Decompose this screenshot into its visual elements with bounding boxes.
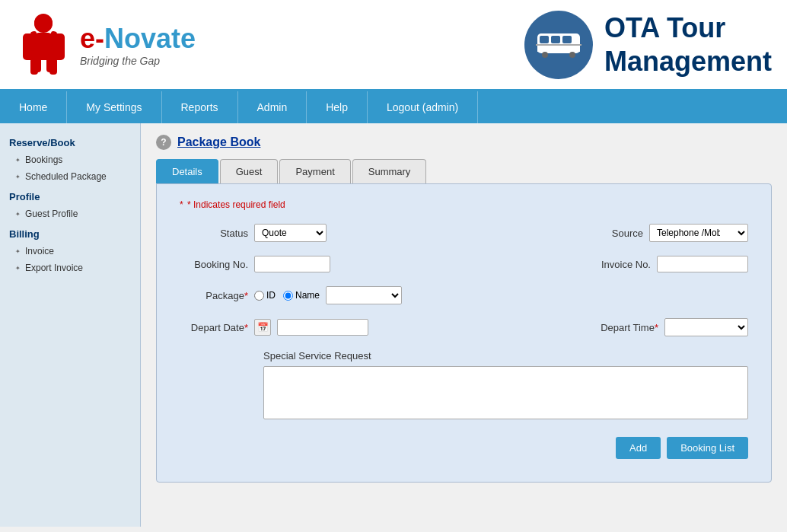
form-col-depart-date: Depart Date* 📅 (180, 319, 431, 336)
nav-my-settings[interactable]: My Settings (67, 91, 161, 123)
form-col-status: Status Quote Confirmed Cancelled Pending (180, 224, 431, 242)
special-service-textarea[interactable] (263, 366, 748, 419)
status-label: Status (180, 228, 248, 239)
booking-no-label: Booking No. (180, 259, 248, 270)
right-logo: OTA Tour Management (524, 11, 772, 79)
nav-logout[interactable]: Logout (admin) (368, 91, 478, 123)
tab-summary[interactable]: Summary (352, 159, 427, 183)
tabs: Details Guest Payment Summary (156, 159, 772, 183)
svg-rect-17 (537, 46, 580, 52)
depart-time-select[interactable] (664, 318, 748, 336)
svg-point-7 (36, 15, 51, 30)
nav-home[interactable]: Home (0, 91, 67, 123)
ota-title: OTA Tour Management (604, 11, 772, 77)
svg-rect-8 (36, 33, 51, 56)
sidebar: Reserve/Book Bookings Scheduled Package … (0, 123, 141, 527)
svg-point-19 (569, 52, 575, 58)
form-row-package: Package* ID Name (180, 286, 748, 304)
form-col-source: Source Telephone /Mob Email Walk-in Onli… (446, 224, 748, 242)
logo-text: e-Novate Bridging the Gap (80, 23, 196, 67)
nav-help[interactable]: Help (307, 91, 368, 123)
svg-rect-12 (46, 54, 54, 72)
depart-time-label: Depart Time* (597, 322, 658, 333)
bus-svg (536, 30, 581, 60)
sidebar-item-invoice[interactable]: Invoice (0, 243, 140, 260)
depart-date-input[interactable] (277, 319, 368, 336)
form-col-booking-no: Booking No. (180, 256, 431, 272)
svg-rect-16 (562, 36, 572, 43)
tab-guest[interactable]: Guest (220, 159, 279, 183)
help-icon[interactable]: ? (156, 135, 171, 150)
form-col-depart-time: Depart Time* (446, 318, 748, 336)
status-select[interactable]: Quote Confirmed Cancelled Pending (254, 224, 327, 242)
form-row-booking-invoice: Booking No. Invoice No. (180, 256, 748, 272)
invoice-no-label: Invoice No. (590, 259, 651, 270)
special-service-label: Special Service Request (263, 350, 748, 362)
nav-reports[interactable]: Reports (162, 91, 238, 123)
svg-rect-15 (551, 36, 560, 43)
package-radio-name-label[interactable]: Name (283, 290, 320, 301)
form-row-depart: Depart Date* 📅 Depart Time* (180, 318, 748, 336)
add-button[interactable]: Add (616, 437, 661, 459)
package-label: Package* (180, 290, 248, 301)
package-radio-name[interactable] (283, 291, 293, 301)
required-note: * * Indicates required field (180, 199, 748, 210)
sidebar-item-export-invoice[interactable]: Export Invoice (0, 260, 140, 276)
sidebar-section-profile: Profile (0, 185, 140, 205)
package-radio-id[interactable] (254, 291, 264, 301)
source-label: Source (582, 228, 643, 239)
header: e-Novate Bridging the Gap OTA Tour Manag… (0, 0, 787, 91)
tab-details[interactable]: Details (156, 159, 218, 183)
page-title-row: ? Package Book (156, 135, 772, 150)
svg-rect-11 (33, 54, 41, 72)
logo-person-icon (15, 12, 72, 77)
page-title: Package Book (177, 135, 260, 149)
tab-payment[interactable]: Payment (279, 159, 350, 183)
sidebar-item-guest-profile[interactable]: Guest Profile (0, 205, 140, 222)
form-panel: * * Indicates required field Status Quot… (156, 183, 772, 483)
sidebar-section-reserve-book: Reserve/Book (0, 131, 140, 151)
depart-date-label: Depart Date* (180, 322, 248, 333)
sidebar-item-scheduled-package[interactable]: Scheduled Package (0, 168, 140, 185)
invoice-no-input[interactable] (657, 256, 748, 272)
logo-tagline: Bridging the Gap (80, 55, 196, 67)
svg-point-18 (542, 52, 548, 58)
navbar: Home My Settings Reports Admin Help Logo… (0, 91, 787, 123)
bus-icon (524, 11, 593, 79)
svg-rect-20 (536, 44, 581, 46)
svg-rect-14 (540, 36, 549, 43)
logo-enovate: e-Novate (80, 23, 196, 55)
source-select[interactable]: Telephone /Mob Email Walk-in Online (649, 224, 748, 242)
booking-no-input[interactable] (254, 256, 330, 272)
sidebar-section-billing: Billing (0, 222, 140, 243)
booking-list-button[interactable]: Booking List (667, 437, 748, 459)
form-row-special-service: Special Service Request (180, 350, 748, 422)
sidebar-item-bookings[interactable]: Bookings (0, 151, 140, 168)
form-col-package: Package* ID Name (180, 286, 748, 304)
package-dropdown[interactable] (326, 286, 402, 304)
form-actions: Add Booking List (180, 437, 748, 459)
form-row-status-source: Status Quote Confirmed Cancelled Pending… (180, 224, 748, 242)
logo-area: e-Novate Bridging the Gap (15, 12, 196, 77)
form-col-invoice-no: Invoice No. (446, 256, 748, 272)
main-content: ? Package Book Details Guest Payment Sum… (141, 123, 787, 527)
package-radio-id-label[interactable]: ID (254, 290, 276, 301)
package-radio-group: ID Name (254, 290, 320, 301)
nav-admin[interactable]: Admin (238, 91, 307, 123)
calendar-icon[interactable]: 📅 (254, 319, 271, 336)
content-area: Reserve/Book Bookings Scheduled Package … (0, 123, 787, 527)
